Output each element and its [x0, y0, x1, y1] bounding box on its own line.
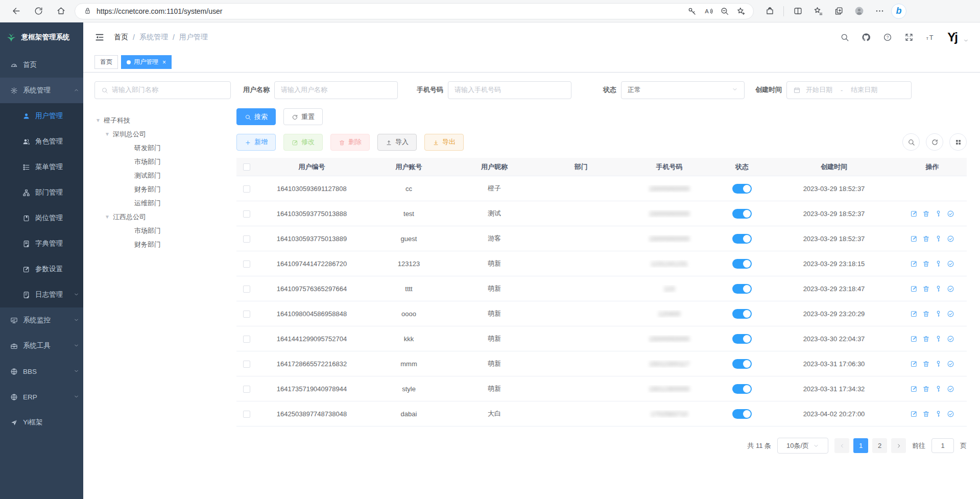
status-toggle[interactable]	[732, 309, 752, 319]
status-toggle[interactable]	[732, 209, 752, 219]
row-checkbox[interactable]	[243, 411, 250, 418]
select-all-checkbox[interactable]	[243, 163, 250, 171]
page-size-select[interactable]: 10条/页	[777, 438, 828, 454]
tree-expand-icon[interactable]: ▼	[105, 131, 110, 137]
browser-back-button[interactable]	[7, 3, 25, 20]
op-keyop-button[interactable]	[935, 259, 942, 268]
browser-home-button[interactable]	[52, 3, 69, 20]
table-grid-button[interactable]	[949, 133, 967, 151]
tree-node-测试部门[interactable]: 测试部门	[94, 169, 236, 182]
browser-reload-button[interactable]	[30, 3, 47, 20]
tree-node-财务部门[interactable]: 财务部门	[94, 182, 236, 196]
op-keyop-button[interactable]	[935, 360, 942, 368]
op-check-button[interactable]	[947, 259, 954, 268]
browser-readaloud-button[interactable]: A	[701, 4, 715, 18]
status-toggle[interactable]	[732, 409, 752, 419]
goto-page-input[interactable]: 1	[931, 438, 954, 453]
browser-dots-button[interactable]	[871, 3, 888, 20]
op-editsq-button[interactable]	[910, 410, 918, 418]
op-trash-button[interactable]	[922, 209, 930, 218]
sidebar-item-系统监控[interactable]: 系统监控	[0, 307, 83, 333]
row-checkbox[interactable]	[243, 286, 250, 293]
status-toggle[interactable]	[732, 284, 752, 294]
op-check-button[interactable]	[947, 385, 954, 393]
sidebar-item-岗位管理[interactable]: 岗位管理	[0, 205, 83, 231]
browser-split-button[interactable]	[789, 3, 806, 20]
tree-node-财务部门[interactable]: 财务部门	[94, 237, 236, 251]
dept-search-input[interactable]: 请输入部门名称	[94, 81, 231, 99]
op-trash-button[interactable]	[922, 360, 930, 368]
sidebar-fold-icon[interactable]	[94, 32, 105, 42]
op-check-button[interactable]	[947, 410, 954, 418]
breadcrumb-item[interactable]: 首页	[114, 33, 128, 42]
url-text[interactable]: https://ccnetcore.com:1101/system/user	[97, 7, 681, 15]
row-checkbox[interactable]	[243, 185, 250, 193]
sidebar-item-日志管理[interactable]: 日志管理	[0, 282, 83, 307]
tree-expand-icon[interactable]: ▼	[105, 214, 110, 220]
reset-button[interactable]: 重置	[283, 108, 323, 125]
op-trash-button[interactable]	[922, 234, 930, 243]
browser-starplus-button[interactable]	[734, 4, 748, 18]
op-trash-button[interactable]	[922, 385, 930, 393]
prev-page-button[interactable]	[834, 438, 849, 453]
op-check-button[interactable]	[947, 234, 954, 243]
status-toggle[interactable]	[732, 184, 752, 194]
row-checkbox[interactable]	[243, 210, 250, 218]
browser-zoomout-button[interactable]	[718, 4, 732, 18]
sidebar-item-首页[interactable]: 首页	[0, 52, 83, 78]
op-editsq-button[interactable]	[910, 234, 918, 243]
op-editsq-button[interactable]	[910, 259, 918, 268]
tree-node-深圳总公司[interactable]: ▼深圳总公司	[94, 127, 236, 141]
tab-用户管理[interactable]: 用户管理×	[121, 55, 172, 69]
status-select[interactable]: 正常	[621, 81, 745, 99]
delete-button[interactable]: 删除	[330, 134, 370, 151]
date-range-picker[interactable]: 开始日期 - 结束日期	[786, 81, 912, 99]
op-keyop-button[interactable]	[935, 385, 942, 393]
sidebar-item-部门管理[interactable]: 部门管理	[0, 180, 83, 205]
sidebar-item-系统管理[interactable]: 系统管理	[0, 78, 83, 103]
browser-collections-button[interactable]	[830, 3, 847, 20]
tree-expand-icon[interactable]: ▼	[95, 117, 101, 123]
export-button[interactable]: 导出	[424, 134, 464, 151]
row-checkbox[interactable]	[243, 361, 250, 368]
op-trash-button[interactable]	[922, 410, 930, 418]
op-check-button[interactable]	[947, 360, 954, 368]
browser-key-button[interactable]	[685, 4, 699, 18]
tab-首页[interactable]: 首页	[94, 55, 118, 69]
sidebar-item-ERP[interactable]: ERP	[0, 384, 83, 410]
status-toggle[interactable]	[732, 359, 752, 369]
op-trash-button[interactable]	[922, 284, 930, 293]
edit-button[interactable]: 修改	[283, 134, 323, 151]
header-question-button[interactable]: ?	[883, 33, 892, 42]
tab-close-icon[interactable]: ×	[162, 59, 166, 66]
sidebar-item-角色管理[interactable]: 角色管理	[0, 129, 83, 154]
op-keyop-button[interactable]	[935, 284, 942, 293]
sidebar-item-字典管理[interactable]: 字典管理	[0, 231, 83, 256]
row-checkbox[interactable]	[243, 235, 250, 243]
user-avatar-logo[interactable]: Yj	[947, 31, 957, 43]
bing-chat-button[interactable]: b	[891, 4, 906, 19]
row-checkbox[interactable]	[243, 311, 250, 318]
row-checkbox[interactable]	[243, 260, 250, 268]
row-checkbox[interactable]	[243, 336, 250, 343]
op-keyop-button[interactable]	[935, 410, 942, 418]
row-checkbox[interactable]	[243, 386, 250, 393]
sidebar-item-菜单管理[interactable]: 菜单管理	[0, 154, 83, 180]
tree-node-江西总公司[interactable]: ▼江西总公司	[94, 210, 236, 224]
op-editsq-button[interactable]	[910, 335, 918, 343]
status-toggle[interactable]	[732, 259, 752, 269]
tree-node-运维部门[interactable]: 运维部门	[94, 196, 236, 210]
status-toggle[interactable]	[732, 384, 752, 394]
op-trash-button[interactable]	[922, 335, 930, 343]
sidebar-item-Yi框架[interactable]: Yi框架	[0, 410, 83, 435]
breadcrumb-item[interactable]: 用户管理	[179, 33, 208, 42]
op-editsq-button[interactable]	[910, 209, 918, 218]
breadcrumb-item[interactable]: 系统管理	[139, 33, 168, 42]
sidebar-item-用户管理[interactable]: 用户管理	[0, 103, 83, 129]
header-fullscreen-button[interactable]	[904, 33, 914, 42]
op-trash-button[interactable]	[922, 310, 930, 318]
op-trash-button[interactable]	[922, 259, 930, 268]
tree-node-橙子科技[interactable]: ▼橙子科技	[94, 113, 236, 127]
op-editsq-button[interactable]	[910, 385, 918, 393]
op-editsq-button[interactable]	[910, 284, 918, 293]
